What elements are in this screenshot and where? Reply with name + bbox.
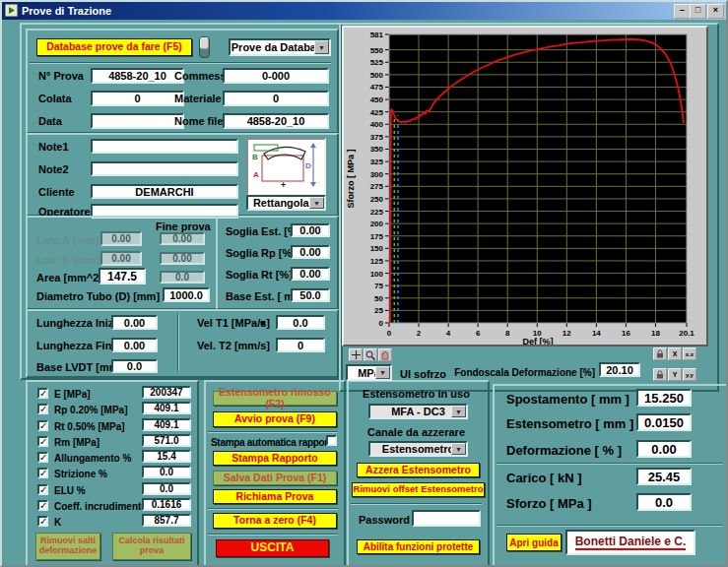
k-checkbox[interactable]: ✓ [37, 516, 48, 527]
calc-results-button[interactable]: Calcola risultati prova [112, 533, 191, 560]
app-icon [5, 4, 18, 17]
maximize-button[interactable]: □ [690, 4, 706, 19]
lunghezza-fin-input[interactable] [111, 338, 158, 352]
svg-text:Sforzo [ MPa ]: Sforzo [ MPa ] [346, 149, 356, 208]
soglia-rp-input[interactable] [291, 245, 330, 259]
y-scale-lock-button[interactable] [653, 368, 667, 381]
rm-value: 571.0 [142, 434, 191, 447]
rt-checkbox[interactable]: ✓ [37, 420, 48, 431]
rp-checkbox[interactable]: ✓ [37, 404, 48, 414]
lunghezza-iniz-label: Lunghezza Iniz. [36, 316, 116, 331]
elu-checkbox[interactable]: ✓ [37, 484, 48, 495]
password-label: Password [359, 513, 410, 528]
colata-input[interactable] [91, 91, 184, 106]
y-format-button[interactable]: y.y [683, 368, 696, 381]
enable-protected-functions-button[interactable]: Abilita funzioni protette [357, 539, 480, 554]
carico-label: Carico [ kN ] [506, 471, 582, 485]
open-guide-button[interactable]: Apri guida [506, 534, 562, 551]
base-est-input[interactable] [291, 288, 330, 302]
x-autoscale-button[interactable]: X [668, 347, 682, 360]
colata-label: Colata [38, 92, 72, 106]
svg-text:75: 75 [374, 282, 383, 290]
soglia-rt-input[interactable] [291, 267, 330, 281]
commessa-input[interactable] [223, 68, 329, 84]
remove-strain-jumps-button[interactable]: Rimuovi salti deformazione [35, 533, 100, 560]
database-tests-button[interactable]: Database prove da fare (F5) [36, 38, 192, 56]
minimize-button[interactable]: – [674, 4, 691, 19]
database-toggle-switch[interactable] [199, 36, 210, 58]
svg-text:125: 125 [370, 257, 384, 266]
note2-label: Note2 [38, 162, 69, 177]
strizione-value: 0.0 [142, 466, 191, 478]
materiale-input[interactable] [223, 91, 329, 106]
allungamento-checkbox[interactable]: ✓ [37, 452, 48, 463]
recall-test-button[interactable]: Richiama Prova [213, 489, 337, 504]
unit-select[interactable]: MPa ▼ [346, 364, 392, 381]
vel-t2-input[interactable] [276, 338, 325, 352]
e-label: E [MPa] [54, 387, 91, 402]
svg-text:325: 325 [370, 158, 384, 166]
password-input[interactable] [412, 510, 481, 527]
vel-t1-input[interactable] [276, 315, 325, 330]
zoom-tool-button[interactable] [364, 348, 377, 361]
diametro-input[interactable] [163, 287, 210, 302]
coeff-label: Coeff. incrudimento [54, 499, 147, 514]
divider [496, 463, 723, 465]
auto-print-checkbox[interactable] [326, 435, 337, 446]
svg-text:175: 175 [370, 232, 384, 241]
note2-input[interactable] [91, 161, 238, 176]
readout-panel: Spostamento [ mm ] 15.250 Estensometro [… [493, 384, 728, 567]
test-id-group: Database prove da fare (F5) Prove da Dat… [26, 29, 339, 134]
save-test-button[interactable]: Salva Dati Prova (F1) [213, 471, 337, 485]
close-button[interactable]: × [707, 4, 724, 19]
k-value: 857.7 [142, 514, 191, 527]
note1-input[interactable] [91, 139, 238, 154]
area-input[interactable] [99, 268, 146, 284]
pan-tool-button[interactable] [378, 348, 392, 361]
strizione-checkbox[interactable]: ✓ [37, 468, 48, 478]
nomefile-input[interactable] [223, 113, 329, 129]
lato-b-input: 0.00 [100, 251, 142, 266]
x-scale-lock-button[interactable] [653, 347, 667, 360]
nprova-input[interactable] [91, 68, 184, 84]
thresholds-group: Soglia Est. [%] Soglia Rp [%] Soglia Rt … [216, 216, 339, 310]
fondoscala-input[interactable] [599, 362, 640, 377]
exit-button[interactable]: USCITA [216, 539, 329, 557]
note1-label: Note1 [38, 140, 69, 155]
chevron-down-icon: ▼ [314, 40, 329, 54]
zero-channel-select[interactable]: Estensometro ▼ [368, 441, 468, 457]
x-format-button[interactable]: x.x [683, 347, 696, 360]
svg-text:450: 450 [370, 95, 384, 104]
cliente-input[interactable] [91, 184, 238, 199]
rm-checkbox[interactable]: ✓ [37, 436, 48, 447]
lunghezza-iniz-input[interactable] [111, 315, 158, 330]
soglia-rt-label: Soglia Rt [%] [226, 268, 293, 283]
carico-value: 25.45 [636, 468, 692, 485]
lato-a-label: Lato A [mm] [36, 233, 99, 248]
coeff-checkbox[interactable]: ✓ [37, 500, 48, 511]
zero-extensometer-button[interactable]: Azzera Estensometro [357, 463, 480, 477]
return-to-zero-button[interactable]: Torna a zero (F4) [213, 513, 337, 529]
results-panel: ✓ E [MPa] 200347 ✓ Rp 0.20% [MPa] 409.1 … [26, 380, 199, 567]
ext-in-use-select[interactable]: MFA - DC3 ▼ [368, 404, 468, 419]
specimen-shape-select[interactable]: Rettangolare ▼ [246, 195, 326, 211]
print-report-button[interactable]: Stampa Rapporto [213, 451, 337, 466]
svg-text:6: 6 [476, 329, 481, 338]
e-checkbox[interactable]: ✓ [37, 388, 48, 399]
crosshair-icon [352, 350, 361, 359]
data-input[interactable] [91, 113, 184, 129]
test-mode-select[interactable]: Prove da Database ▼ [229, 38, 331, 56]
soglia-rp-label: Soglia Rp [%] [226, 246, 296, 261]
y-autoscale-button[interactable]: Y [668, 368, 682, 381]
start-test-button[interactable]: Avvio prova (F9) [213, 411, 337, 427]
remove-ext-offset-button[interactable]: Rimuovi offset Estensometro [352, 482, 485, 497]
divider [496, 525, 723, 527]
soglia-est-input[interactable] [291, 223, 330, 237]
extensometer-removed-button[interactable]: Estensometro rimosso (F2) [213, 391, 337, 406]
allungamento-label: Allungamento % [54, 451, 131, 466]
lock-icon [656, 370, 664, 379]
vel-t2-label: Vel. T2 [mm/s] [197, 339, 270, 353]
vel-t1-indicator[interactable]: ■ [260, 316, 265, 331]
crosshair-tool-button[interactable] [349, 348, 363, 361]
base-lvdt-input[interactable] [111, 359, 158, 373]
